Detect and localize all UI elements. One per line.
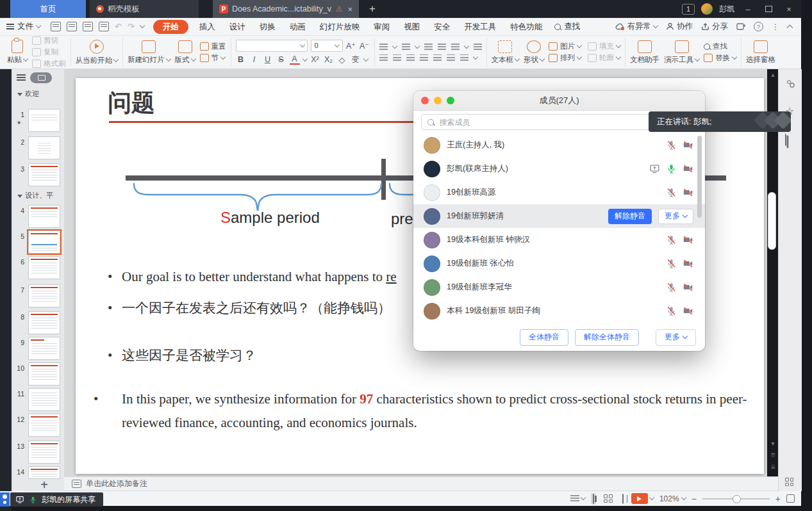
mic-muted-icon[interactable] [666,140,677,150]
thumbnail[interactable] [28,205,60,228]
paste-button[interactable]: 粘贴 [7,40,28,65]
print-icon[interactable] [83,22,93,31]
slide-thumbnail-12[interactable]: 12 [12,414,64,438]
textbox-button[interactable]: 文本框 [492,40,520,65]
change-case-button[interactable]: 变 [351,54,361,65]
selection-pane-button[interactable]: 选择窗格 [746,40,775,65]
slide-thumbnail-10[interactable]: 10 [12,362,64,387]
thumbnail[interactable] [28,466,60,479]
minimize-button[interactable]: – [741,4,755,14]
shapes-button[interactable]: 形状 [524,40,544,65]
bold-button[interactable]: B [236,55,246,64]
slide-thumbnail-1[interactable]: 1★ [12,109,64,133]
cut-button[interactable]: 剪切 [32,36,66,45]
redo-icon[interactable]: ↷ [128,22,135,31]
slide-thumbnail-5[interactable]: 5 [12,231,64,255]
find-button[interactable]: 查找 [704,42,736,51]
grow-font-button[interactable]: A⁺ [346,41,356,51]
distribute-icon[interactable] [433,54,442,61]
unmute-button[interactable]: 解除静音 [608,209,652,224]
menu-tab-slideshow[interactable]: 幻灯片放映 [313,18,367,36]
zoom-level[interactable]: 102% [659,494,686,503]
menu-tab-security[interactable]: 安全 [427,18,457,36]
slide-sorter-view-button[interactable] [602,493,615,504]
thumbnail-active[interactable] [28,231,60,254]
panel-title-bar[interactable]: 成员(27人) [413,91,705,111]
outline-button[interactable]: 轮廓 [588,53,620,63]
thumbnail[interactable] [28,163,60,186]
shrink-font-button[interactable]: A⁻ [360,41,370,51]
thumbnail[interactable] [28,441,60,464]
chevron-down-icon[interactable] [302,56,307,61]
screen-share-banner[interactable]: 彭凯的屏幕共享 [10,492,103,507]
collaborate-button[interactable]: 协作 [666,21,693,32]
numbered-list-icon[interactable] [402,44,410,51]
arrange-button[interactable]: 排列 [549,53,581,63]
italic-button[interactable]: I [249,55,260,64]
mic-muted-icon[interactable] [666,282,677,293]
unmute-all-button[interactable]: 解除全体静音 [575,329,639,346]
align-left-icon[interactable] [379,54,388,61]
cloud-status[interactable]: 有异常 [615,21,658,32]
reading-view-button[interactable] [620,493,626,505]
text-effect-button[interactable]: ◇ [337,55,347,65]
member-row[interactable]: 19创新班高源 [413,181,705,204]
picture-button[interactable]: 图片 [549,42,581,51]
slideshow-button[interactable] [631,493,654,504]
tab-document[interactable]: P Does Academic...ictability_v2 ⚠ × [213,0,359,18]
font-size-select[interactable]: 0 [311,40,343,52]
slide-thumbnail-9[interactable]: 9 [12,337,64,361]
font-family-select[interactable] [236,40,308,52]
notification-badge[interactable]: 1 [682,4,695,15]
fill-button[interactable]: 填充 [588,42,620,51]
mic-muted-icon[interactable] [666,234,677,245]
camera-off-icon[interactable] [683,258,693,269]
increase-indent-icon[interactable] [438,44,446,51]
slide-thumbnail-3[interactable]: 3 [12,163,64,188]
present-tools-button[interactable]: 演示工具 [664,40,699,65]
panel-scrollbar-thumb[interactable] [697,136,702,218]
camera-off-icon[interactable] [683,140,693,150]
member-row[interactable]: 19级本科创新班 钟骁汉 [413,228,705,252]
canvas-scrollbar-thumb[interactable] [768,192,776,250]
notes-toggle[interactable] [570,495,585,502]
menu-tab-review[interactable]: 审阅 [367,18,397,36]
slide-sorter-icon[interactable] [785,478,793,486]
doc-assistant-button[interactable]: 文档助手 [630,40,659,65]
thumbnail[interactable] [28,109,60,132]
underline-button[interactable]: U [263,55,273,64]
zoom-slider-knob[interactable] [733,495,741,503]
decrease-indent-icon[interactable] [424,44,433,51]
member-row[interactable]: 王庶(主持人, 我) [413,133,705,157]
share-button[interactable]: 分享 [701,21,728,32]
menu-tab-design[interactable]: 设计 [222,18,253,36]
camera-off-icon[interactable] [683,187,693,198]
notes-bar[interactable]: 单击此处添加备注 [64,476,778,491]
slide-thumbnail-2[interactable]: 2 [12,136,64,161]
menu-tab-devtools[interactable]: 开发工具 [457,18,503,36]
copy-button[interactable]: 复制 [32,47,66,57]
thumbnail[interactable] [28,284,60,307]
menu-tab-features[interactable]: 特色功能 [503,18,549,36]
slide-view-toggle[interactable] [30,72,52,83]
play-from-current-button[interactable]: 从当前开始 [76,40,119,65]
member-row[interactable]: 19级创新班李冠华 [413,275,705,299]
mute-all-button[interactable]: 全体静音 [520,329,568,346]
camera-off-icon[interactable] [683,305,693,316]
camera-off-icon[interactable] [683,282,693,293]
mic-muted-icon[interactable] [666,258,677,269]
layout-button[interactable]: 版式 [175,40,195,65]
reset-button[interactable]: 重置 [200,42,226,51]
slide-thumbnail-11[interactable]: 11 [12,388,64,412]
fit-slide-icon[interactable] [786,494,795,503]
justify-icon[interactable] [420,54,428,61]
close-icon[interactable] [421,97,429,104]
zoom-out-button[interactable]: − [692,494,697,504]
zoom-in-button[interactable]: + [775,494,781,504]
zoom-slider[interactable] [702,498,770,499]
slide-thumbnail-6[interactable]: 6 [12,256,64,280]
line-spacing-icon[interactable] [451,44,460,51]
outline-view-icon[interactable] [17,74,26,81]
thumbnail[interactable] [28,388,60,411]
menu-tab-animation[interactable]: 动画 [283,18,313,36]
